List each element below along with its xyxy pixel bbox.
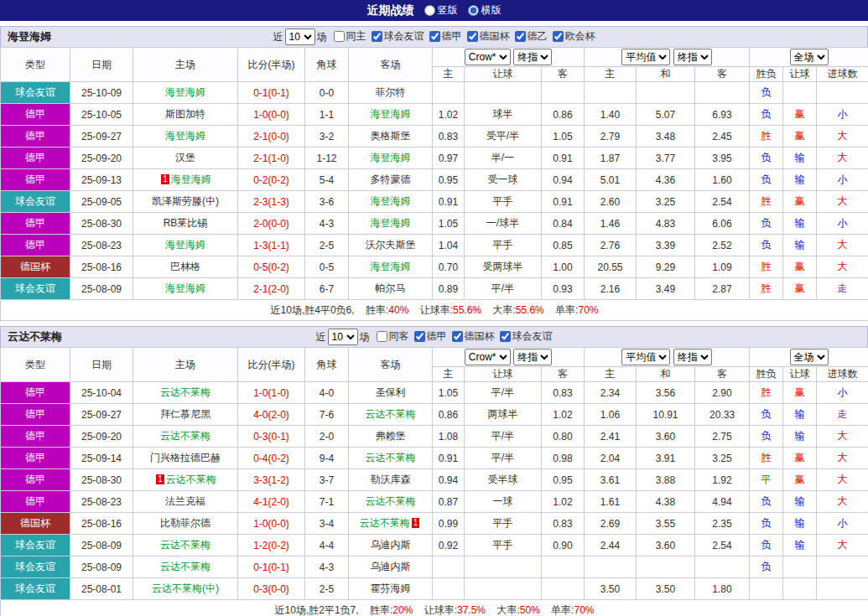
goals-result: 大 <box>817 235 868 256</box>
avg-draw <box>637 556 695 578</box>
home-team: 斯图加特 <box>133 104 238 126</box>
handicap-result <box>783 578 817 600</box>
sub-header-goals: 进球数 <box>817 367 868 382</box>
avg-stage-select[interactable]: 终指 <box>673 349 712 365</box>
filter-option[interactable]: 德国杯 <box>452 329 495 344</box>
home-team: 巴林格 <box>133 256 238 278</box>
odds-home: 1.04 <box>433 235 465 256</box>
handicap-line <box>465 578 542 600</box>
away-team: 弗赖堡 <box>349 426 433 448</box>
filter-option[interactable]: 德乙 <box>515 29 548 44</box>
odds-stage-select[interactable]: 终指 <box>513 49 552 65</box>
odds-home: 0.94 <box>433 469 465 491</box>
filter-label: 同主 <box>346 29 366 44</box>
avg-home: 2.69 <box>585 513 637 535</box>
win-loss-result: 负 <box>750 82 783 104</box>
win-loss-result: 负 <box>750 513 783 535</box>
filter-checkbox[interactable] <box>467 31 478 42</box>
goals-result: 大 <box>817 256 868 278</box>
odds-home: 0.97 <box>433 148 465 169</box>
filter-checkbox[interactable] <box>377 331 387 342</box>
competition-type: 德国杯 <box>1 513 70 535</box>
filter-checkboxes: 同主球会友谊德甲德国杯德乙欧会杯 <box>329 29 595 44</box>
corner-score: 0-5 <box>305 256 349 278</box>
avg-home: 20.55 <box>585 256 637 278</box>
win-loss-result: 负 <box>750 104 783 126</box>
avg-draw: 3.91 <box>637 448 695 469</box>
odds-home: 0.92 <box>433 535 465 556</box>
avg-draw: 3.25 <box>637 191 695 213</box>
sub-header-goals: 进球数 <box>817 67 868 82</box>
competition-type: 德甲 <box>1 491 70 513</box>
stat-value: 70% <box>578 304 598 316</box>
filter-option[interactable]: 德国杯 <box>467 29 510 44</box>
filter-option[interactable]: 球会友谊 <box>500 329 553 344</box>
summary-row: 近10场,胜4平0负6, 胜率:40% 让球率:55.6% 大率:55.6% 单… <box>1 300 868 321</box>
filter-checkbox[interactable] <box>500 331 511 342</box>
scope-select[interactable]: 全场 <box>790 349 829 365</box>
home-team: 云达不莱梅 <box>133 535 238 556</box>
filter-option[interactable]: 同客 <box>377 329 409 344</box>
recent-count-select[interactable]: 10 <box>285 28 315 45</box>
odds-away: 0.80 <box>542 426 585 448</box>
filter-checkbox[interactable] <box>452 331 463 342</box>
win-loss-result: 胜 <box>750 382 783 404</box>
avg-draw: 5.07 <box>637 104 695 126</box>
handicap-line: 平手 <box>465 235 542 256</box>
filter-checkbox[interactable] <box>515 31 526 42</box>
sub-header-odds-away: 客 <box>542 367 585 382</box>
near-label: 近 <box>273 30 283 44</box>
filter-option[interactable]: 德甲 <box>429 29 462 44</box>
filter-checkbox[interactable] <box>334 31 345 42</box>
avg-home: 1.06 <box>585 404 637 426</box>
avg-home: 2.60 <box>585 191 637 213</box>
odds-stage-select[interactable]: 终指 <box>513 349 552 365</box>
stat-value: 20% <box>392 604 413 616</box>
match-date: 25-08-16 <box>70 256 133 278</box>
odds-home <box>433 578 465 600</box>
avg-stage-select[interactable]: 终指 <box>673 49 712 65</box>
home-team: 云达不莱梅(中) <box>133 578 238 600</box>
away-team: 海登海姆 <box>349 256 433 278</box>
filter-checkbox[interactable] <box>429 31 440 42</box>
col-header-type: 类型 <box>1 48 70 82</box>
competition-type: 球会友谊 <box>1 278 70 300</box>
section-header: 云达不莱梅 近 10 场 同客德甲德国杯球会友谊 <box>0 326 868 347</box>
summary-stat-odd-rate: 单率:70% <box>551 604 594 616</box>
avg-away: 1.80 <box>695 578 750 600</box>
scope-select[interactable]: 全场 <box>790 49 829 65</box>
filter-checkbox[interactable] <box>414 331 425 342</box>
filter-option[interactable]: 德甲 <box>414 329 447 344</box>
filter-option[interactable]: 球会友谊 <box>372 29 424 44</box>
filter-checkbox[interactable] <box>372 31 382 42</box>
bookmaker-select[interactable]: Crow* <box>465 49 511 65</box>
bookmaker-select[interactable]: Crow* <box>465 349 511 365</box>
recent-count-select[interactable]: 10 <box>328 329 358 345</box>
horizontal-radio-input[interactable] <box>468 5 479 16</box>
corner-score: 4-3 <box>305 213 349 235</box>
win-loss-result: 平 <box>750 469 783 491</box>
odds-home <box>433 556 465 578</box>
handicap-result: 赢 <box>783 448 817 469</box>
summary-stat-odd-rate: 单率:70% <box>555 304 598 316</box>
vertical-radio-input[interactable] <box>424 5 435 16</box>
layout-radio-horizontal[interactable]: 横版 <box>468 3 502 18</box>
filter-checkbox[interactable] <box>553 31 564 42</box>
filter-bar: 近 10 场 同主球会友谊德甲德国杯德乙欧会杯 <box>273 28 595 45</box>
handicap-result: 赢 <box>783 469 817 491</box>
filter-option[interactable]: 同主 <box>334 29 366 44</box>
match-row: 德甲25-10-05斯图加特1-0(0-0)1-1海登海姆1.02球半0.861… <box>1 104 868 126</box>
competition-type: 球会友谊 <box>1 535 70 556</box>
avg-odds-select[interactable]: 平均值 <box>621 349 670 365</box>
avg-odds-select[interactable]: 平均值 <box>621 49 670 65</box>
corner-score: 4-4 <box>305 535 349 556</box>
filter-option[interactable]: 欧会杯 <box>553 29 595 44</box>
competition-type: 德甲 <box>1 126 70 148</box>
odds-away: 0.86 <box>542 104 585 126</box>
filter-label: 德乙 <box>528 29 548 44</box>
match-row: 德甲25-09-14门兴格拉德巴赫0-4(0-2)9-4云达不莱梅0.91平/半… <box>1 448 868 469</box>
away-team: 海登海姆 <box>349 213 433 235</box>
summary-record: 近10场,胜2平1负7, <box>275 604 359 616</box>
layout-radio-vertical[interactable]: 竖版 <box>424 3 458 18</box>
match-row: 德甲25-09-131海登海姆0-2(0-2)5-4多特蒙德0.95受一球0.9… <box>1 169 868 191</box>
